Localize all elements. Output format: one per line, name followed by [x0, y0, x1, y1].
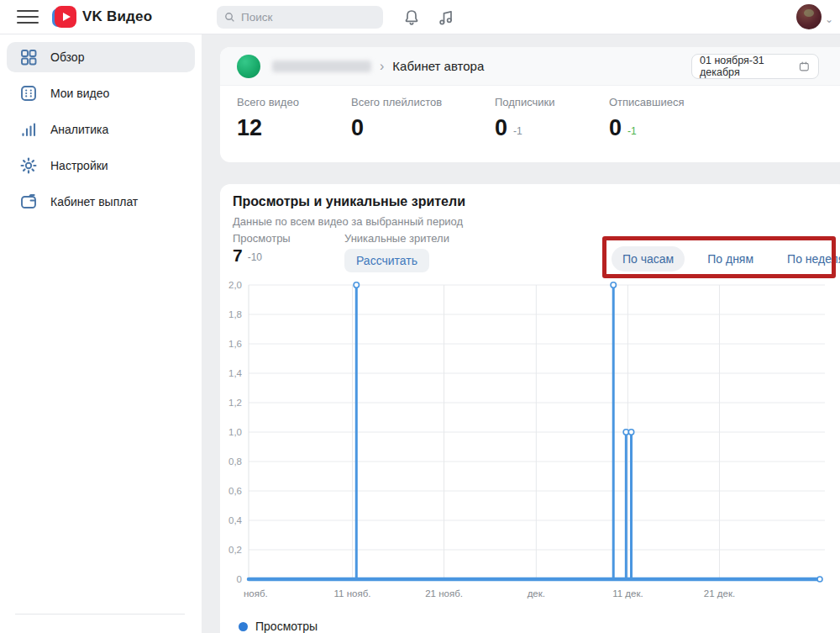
search-icon	[224, 11, 235, 24]
calculate-button[interactable]: Рассчитать	[344, 249, 429, 272]
svg-text:0,4: 0,4	[228, 515, 243, 525]
svg-text:1,2: 1,2	[228, 398, 242, 408]
stat-delta: -1	[627, 125, 637, 137]
stat-value: 0	[495, 116, 507, 140]
sidebar-divider	[15, 614, 185, 615]
views-metric-label: Просмотры	[233, 232, 291, 245]
svg-text:1,6: 1,6	[228, 339, 242, 349]
author-header: › Кабинет автора 01 ноября-31 декабря	[220, 47, 840, 86]
chart-title: Просмотры и уникальные зрители	[233, 194, 840, 209]
my-videos-icon	[18, 83, 39, 103]
sidebar-item-label: Обзор	[50, 50, 84, 64]
notifications-bell-icon[interactable]	[402, 8, 422, 28]
stat-total-playlists: Всего плейлистов 0	[351, 96, 495, 140]
topbar: VK Видео ⌄	[0, 0, 840, 34]
views-card: Просмотры и уникальные зрители Данные по…	[220, 184, 840, 633]
legend-label: Просмотры	[255, 620, 318, 633]
sidebar-item-analytics[interactable]: Аналитика	[7, 114, 195, 145]
svg-text:0: 0	[237, 574, 242, 584]
views-chart-area: 2,01,81,61,41,21,00,80,60,40,20нояб.11 н…	[227, 280, 832, 608]
account-chevron-down-icon[interactable]: ⌄	[825, 13, 833, 25]
breadcrumb-chevron-icon: ›	[380, 59, 384, 74]
sidebar-item-label: Мои видео	[50, 87, 109, 100]
stat-subscribers: Подписчики 0-1	[495, 96, 609, 140]
channel-name-redacted	[272, 61, 371, 72]
sidebar-item-payouts[interactable]: Кабинет выплат	[7, 187, 195, 217]
sidebar: Обзор Мои видео Аналитика	[0, 34, 202, 633]
date-range-value: 01 ноября-31 декабря	[700, 55, 798, 78]
chart-subtitle: Данные по всем видео за выбранный период	[233, 215, 840, 228]
analytics-icon	[18, 119, 39, 140]
stat-value: 12	[237, 116, 262, 140]
breadcrumb: Кабинет автора	[392, 59, 484, 73]
views-chart: 2,01,81,61,41,21,00,80,60,40,20нояб.11 н…	[227, 280, 832, 608]
sidebar-item-my-videos[interactable]: Мои видео	[7, 78, 195, 108]
tab-by-hours[interactable]: По часам	[612, 246, 685, 272]
svg-text:0,6: 0,6	[228, 486, 242, 496]
stats-row: Всего видео 12 Всего плейлистов 0 Подпис…	[220, 86, 840, 140]
svg-text:1,8: 1,8	[228, 309, 242, 319]
svg-text:1,4: 1,4	[228, 368, 243, 378]
page: VK Видео ⌄ Обзор	[0, 0, 840, 633]
svg-text:11 дек.: 11 дек.	[612, 588, 643, 599]
main-content: › Кабинет автора 01 ноября-31 декабря Вс…	[202, 34, 840, 633]
tab-by-days[interactable]: По дням	[696, 246, 764, 272]
search-box[interactable]	[217, 6, 383, 29]
sidebar-item-overview[interactable]: Обзор	[7, 42, 195, 72]
svg-text:21 нояб.: 21 нояб.	[425, 588, 463, 599]
stat-value: 0	[351, 116, 364, 140]
vk-video-logo-icon[interactable]	[52, 5, 77, 29]
app-title: VK Видео	[82, 8, 152, 25]
legend-dot-icon	[239, 622, 248, 631]
chart-legend: Просмотры	[239, 620, 318, 633]
views-metric-delta: -10	[248, 251, 262, 263]
stat-unsubscribed: Отписавшиеся 0-1	[609, 96, 840, 140]
sidebar-item-settings[interactable]: Настройки	[7, 150, 195, 181]
interval-tabs: По часам По дням По неделям	[612, 246, 840, 272]
sidebar-item-label: Настройки	[50, 159, 108, 172]
stat-delta: -1	[513, 125, 522, 137]
views-metric-value: 7	[233, 246, 243, 265]
overview-grid-icon	[18, 47, 39, 67]
tab-by-weeks[interactable]: По неделям	[776, 246, 840, 272]
stat-total-videos: Всего видео 12	[237, 96, 351, 140]
sidebar-item-label: Аналитика	[50, 123, 108, 136]
svg-text:11 нояб.: 11 нояб.	[334, 588, 371, 599]
unique-viewers-label: Уникальные зрители	[344, 232, 449, 245]
settings-gear-icon	[18, 156, 39, 176]
svg-text:нояб.: нояб.	[244, 588, 268, 599]
search-input[interactable]	[241, 11, 375, 24]
user-avatar[interactable]	[796, 4, 822, 29]
sidebar-item-label: Кабинет выплат	[50, 195, 138, 208]
svg-text:1,0: 1,0	[228, 427, 242, 437]
date-range-picker[interactable]: 01 ноября-31 декабря	[691, 54, 819, 79]
channel-avatar[interactable]	[237, 55, 260, 78]
svg-text:0,2: 0,2	[228, 545, 242, 555]
music-icon[interactable]	[436, 8, 456, 28]
summary-card: › Кабинет автора 01 ноября-31 декабря Вс…	[220, 47, 840, 162]
payouts-wallet-icon	[18, 192, 39, 212]
calendar-icon	[798, 60, 811, 73]
svg-text:2,0: 2,0	[228, 280, 242, 290]
svg-text:0,8: 0,8	[228, 456, 242, 467]
stat-value: 0	[609, 116, 622, 140]
svg-text:21 дек.: 21 дек.	[704, 588, 735, 599]
menu-hamburger-icon[interactable]	[17, 9, 39, 24]
svg-text:дек.: дек.	[528, 588, 545, 599]
